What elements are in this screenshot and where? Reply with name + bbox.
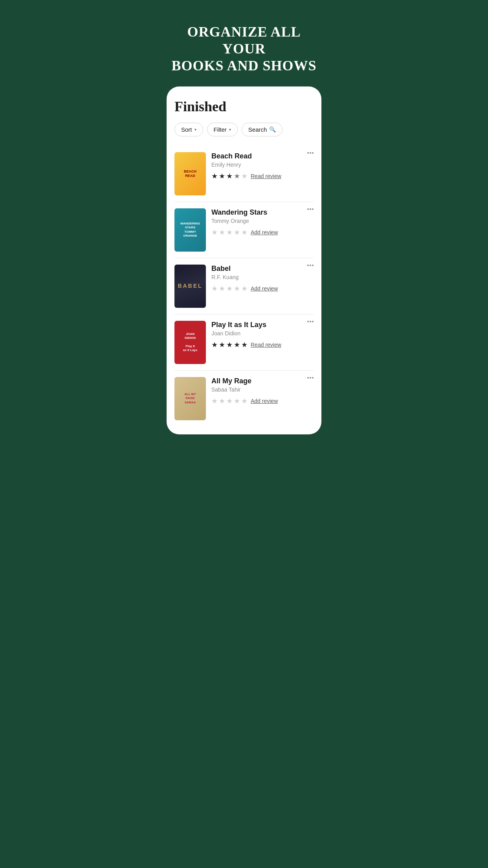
book-cover: WANDERINGSTARSTOMMYORANGE bbox=[174, 208, 206, 252]
search-label: Search bbox=[248, 126, 267, 133]
book-rating: ★ ★ ★ ★ ★ Read review bbox=[211, 340, 314, 349]
sort-button[interactable]: Sort ▾ bbox=[174, 123, 203, 136]
review-link[interactable]: Read review bbox=[251, 342, 281, 348]
star-2: ★ bbox=[219, 397, 225, 405]
star-5: ★ bbox=[241, 284, 248, 293]
book-cover: ALL MYRAGESABAA bbox=[174, 377, 206, 420]
book-rating: ★ ★ ★ ★ ★ Read review bbox=[211, 172, 314, 180]
star-1: ★ bbox=[211, 172, 218, 180]
book-author: Tommy Orange bbox=[211, 218, 314, 224]
star-rating: ★ ★ ★ ★ ★ bbox=[211, 397, 248, 405]
dot-1 bbox=[307, 208, 309, 210]
book-info: Beach Read Emily Henry ★ ★ ★ ★ ★ Read re… bbox=[211, 152, 314, 180]
book-info: All My Rage Sabaa Tahir ★ ★ ★ ★ ★ Add re… bbox=[211, 377, 314, 405]
dot-1 bbox=[307, 321, 309, 322]
add-review-link[interactable]: Add review bbox=[251, 229, 278, 235]
dot-1 bbox=[307, 377, 309, 379]
list-item: BABEL Babel R.F. Kuang ★ ★ ★ ★ ★ Add rev… bbox=[174, 258, 314, 314]
book-cover: BABEL bbox=[174, 265, 206, 308]
toolbar: Sort ▾ Filter ▾ Search 🔍 bbox=[174, 123, 314, 136]
more-options-button[interactable] bbox=[307, 321, 314, 322]
star-1: ★ bbox=[211, 340, 218, 349]
page-title: Finished bbox=[174, 98, 314, 115]
screen: ORGANIZE ALL YOURBOOKS AND SHOWS Finishe… bbox=[163, 0, 325, 434]
list-item: BEACHREAD Beach Read Emily Henry ★ ★ ★ ★… bbox=[174, 146, 314, 202]
filter-label: Filter bbox=[214, 126, 227, 133]
star-3: ★ bbox=[226, 284, 233, 293]
cover-text: ALL MYRAGESABAA bbox=[184, 392, 196, 405]
star-3: ★ bbox=[226, 172, 233, 180]
book-author: Emily Henry bbox=[211, 162, 314, 168]
more-options-button[interactable] bbox=[307, 152, 314, 154]
book-title: Play It as It Lays bbox=[211, 321, 314, 329]
cover-text: JOANDIDIONPlay Itas It Lays bbox=[183, 332, 197, 353]
dot-1 bbox=[307, 152, 309, 154]
book-author: R.F. Kuang bbox=[211, 274, 314, 280]
search-button[interactable]: Search 🔍 bbox=[242, 123, 283, 136]
dot-3 bbox=[312, 265, 314, 266]
more-options-button[interactable] bbox=[307, 208, 314, 210]
star-4: ★ bbox=[234, 172, 240, 180]
book-cover: BEACHREAD bbox=[174, 152, 206, 195]
cover-text: BABEL bbox=[178, 283, 202, 289]
header-section: ORGANIZE ALL YOURBOOKS AND SHOWS bbox=[163, 0, 325, 86]
star-4: ★ bbox=[234, 284, 240, 293]
star-rating: ★ ★ ★ ★ ★ bbox=[211, 228, 248, 237]
filter-chevron-icon: ▾ bbox=[229, 127, 231, 132]
more-options-button[interactable] bbox=[307, 377, 314, 379]
star-5: ★ bbox=[241, 397, 248, 405]
dot-3 bbox=[312, 377, 314, 379]
star-2: ★ bbox=[219, 340, 225, 349]
list-item: ALL MYRAGESABAA All My Rage Sabaa Tahir … bbox=[174, 371, 314, 427]
sort-label: Sort bbox=[181, 126, 192, 133]
star-4: ★ bbox=[234, 340, 240, 349]
book-rating: ★ ★ ★ ★ ★ Add review bbox=[211, 228, 314, 237]
book-title: Beach Read bbox=[211, 152, 314, 160]
star-2: ★ bbox=[219, 284, 225, 293]
dot-2 bbox=[310, 265, 311, 266]
star-5: ★ bbox=[241, 172, 248, 180]
book-title: Babel bbox=[211, 265, 314, 273]
filter-button[interactable]: Filter ▾ bbox=[207, 123, 238, 136]
star-rating: ★ ★ ★ ★ ★ bbox=[211, 340, 248, 349]
star-2: ★ bbox=[219, 228, 225, 237]
star-3: ★ bbox=[226, 340, 233, 349]
more-options-button[interactable] bbox=[307, 265, 314, 266]
add-review-link[interactable]: Add review bbox=[251, 285, 278, 292]
dot-3 bbox=[312, 152, 314, 154]
dot-2 bbox=[310, 208, 311, 210]
cover-text: WANDERINGSTARSTOMMYORANGE bbox=[180, 222, 200, 238]
star-2: ★ bbox=[219, 172, 225, 180]
book-title: All My Rage bbox=[211, 377, 314, 385]
star-3: ★ bbox=[226, 397, 233, 405]
star-4: ★ bbox=[234, 397, 240, 405]
star-rating: ★ ★ ★ ★ ★ bbox=[211, 284, 248, 293]
cover-text: BEACHREAD bbox=[184, 169, 196, 178]
book-list: BEACHREAD Beach Read Emily Henry ★ ★ ★ ★… bbox=[174, 146, 314, 427]
star-1: ★ bbox=[211, 397, 218, 405]
book-author: Sabaa Tahir bbox=[211, 386, 314, 393]
dot-2 bbox=[310, 152, 311, 154]
star-4: ★ bbox=[234, 228, 240, 237]
book-info: Babel R.F. Kuang ★ ★ ★ ★ ★ Add review bbox=[211, 265, 314, 293]
dot-2 bbox=[310, 377, 311, 379]
book-info: Wandering Stars Tommy Orange ★ ★ ★ ★ ★ A… bbox=[211, 208, 314, 237]
star-5: ★ bbox=[241, 340, 248, 349]
star-1: ★ bbox=[211, 228, 218, 237]
main-card: Finished Sort ▾ Filter ▾ Search 🔍 BEACHR… bbox=[167, 86, 321, 434]
dot-2 bbox=[310, 321, 311, 322]
dot-1 bbox=[307, 265, 309, 266]
star-1: ★ bbox=[211, 284, 218, 293]
star-5: ★ bbox=[241, 228, 248, 237]
book-cover: JOANDIDIONPlay Itas It Lays bbox=[174, 321, 206, 364]
list-item: JOANDIDIONPlay Itas It Lays Play It as I… bbox=[174, 314, 314, 371]
book-info: Play It as It Lays Joan Didion ★ ★ ★ ★ ★… bbox=[211, 321, 314, 349]
book-title: Wandering Stars bbox=[211, 208, 314, 217]
sort-chevron-icon: ▾ bbox=[194, 127, 196, 132]
add-review-link[interactable]: Add review bbox=[251, 398, 278, 404]
star-rating: ★ ★ ★ ★ ★ bbox=[211, 172, 248, 180]
list-item: WANDERINGSTARSTOMMYORANGE Wandering Star… bbox=[174, 202, 314, 258]
review-link[interactable]: Read review bbox=[251, 173, 281, 179]
header-title: ORGANIZE ALL YOURBOOKS AND SHOWS bbox=[171, 24, 317, 75]
book-author: Joan Didion bbox=[211, 330, 314, 337]
